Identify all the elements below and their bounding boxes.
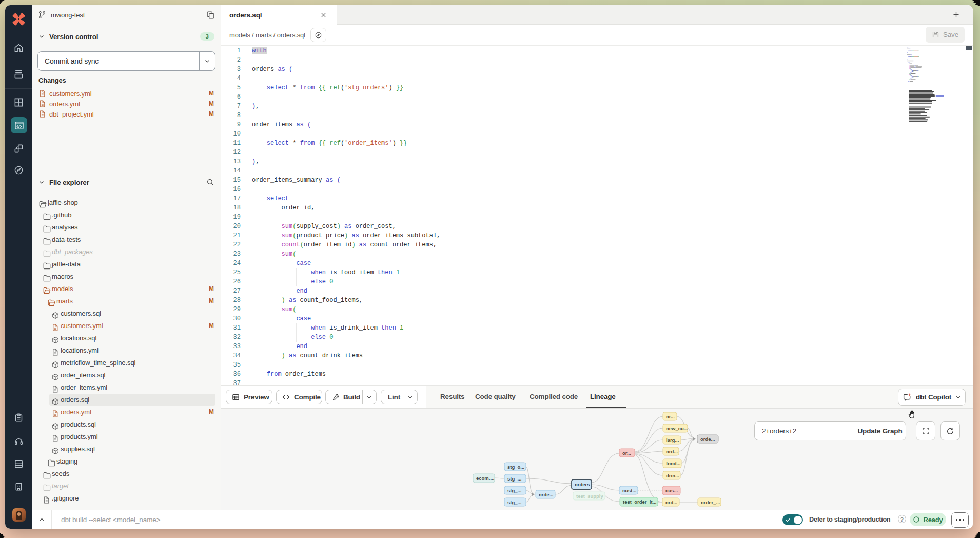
svg-text:cust...: cust... <box>622 488 636 493</box>
svg-text:stg_...: stg_... <box>507 476 521 482</box>
svg-text:or...: or... <box>666 414 675 419</box>
svg-text:stg_...: stg_... <box>507 499 521 505</box>
svg-text:larg...: larg... <box>666 437 679 443</box>
svg-text:drin...: drin... <box>666 473 679 478</box>
svg-text:ecom....: ecom.... <box>476 475 494 481</box>
svg-text:order_...: order_... <box>701 499 720 505</box>
svg-text:test_supply: test_supply <box>576 493 604 499</box>
svg-text:ord...: ord... <box>665 499 677 505</box>
svg-text:orders: orders <box>575 482 590 487</box>
svg-text:stg_...: stg_... <box>507 488 521 493</box>
svg-text:test_order_it...: test_order_it... <box>623 499 656 505</box>
svg-text:orde...: orde... <box>700 436 715 442</box>
svg-text:cus...: cus... <box>665 488 678 493</box>
svg-text:stg_o...: stg_o... <box>507 464 524 470</box>
svg-text:ord...: ord... <box>666 449 678 454</box>
svg-text:or...: or... <box>622 450 631 456</box>
svg-text:new_cu...: new_cu... <box>666 426 688 431</box>
svg-text:orde...: orde... <box>539 492 554 497</box>
svg-text:food...: food... <box>666 460 681 466</box>
